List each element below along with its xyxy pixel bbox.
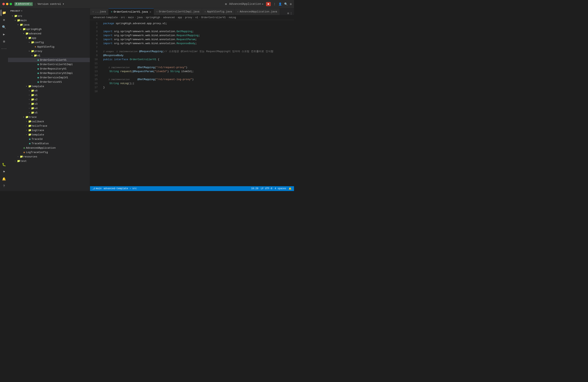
tree-item-main[interactable]: ▾📁main (8, 18, 90, 22)
tree-item-orderrepositoryv1[interactable]: ◉OrderRepositoryV1 (8, 67, 90, 71)
activity-debug[interactable]: 🐛 (1, 161, 7, 168)
tree-item-proxy[interactable]: ▾📁proxy (8, 49, 90, 53)
breadcrumb-item-2[interactable]: main (128, 16, 134, 19)
tree-item-v1[interactable]: ▾📁v1 (8, 53, 90, 58)
tree-item-callback[interactable]: ›📁callback (8, 119, 90, 124)
token-type: String (170, 70, 180, 74)
activity-explorer[interactable]: 📁 (1, 10, 7, 16)
activity-commits[interactable]: ⊕ (1, 17, 7, 23)
tree-item-app[interactable]: ▾📁app (8, 36, 90, 40)
code-line-3: import org.springframework.web.bind.anno… (103, 30, 294, 34)
token-plain: ( (153, 70, 155, 74)
more-button[interactable]: ⋮ (273, 2, 276, 6)
breadcrumb-item-9[interactable]: OrderControllerV1 (201, 16, 226, 19)
status-bar: ⎇ main advanced-template › src 16:20 LF … (90, 186, 294, 191)
tree-item-orderrepositoryv1impl[interactable]: ◉OrderRepositoryV1Impl (8, 71, 90, 75)
tree-item-v2[interactable]: ›📁v2 (8, 97, 90, 102)
status-position[interactable]: 16:20 (251, 187, 258, 190)
close-button[interactable] (2, 3, 5, 5)
settings-button[interactable]: ⚙ (290, 2, 292, 6)
activity-git[interactable]: ⚑ (1, 169, 7, 175)
tree-arrow: › (28, 112, 31, 114)
minimize-button[interactable] (6, 3, 8, 5)
breadcrumb-separator: › (183, 16, 184, 19)
tree-item-ordercontrollerv1impl[interactable]: ◉OrderControllerV1Impl (8, 62, 90, 67)
breadcrumb-item-6[interactable]: app (178, 16, 182, 19)
profile-button[interactable]: 👤 (278, 2, 282, 6)
tree-label: advanced (29, 32, 41, 35)
breadcrumb-item-4[interactable]: springHigh (146, 16, 160, 19)
activity-run[interactable]: ▶ (1, 31, 7, 38)
tree-arrow: ▾ (19, 28, 22, 30)
status-notifications[interactable]: 🔔 (289, 187, 292, 190)
sidebar-tree[interactable]: ▾📁src▾📁main▾📁java▾📁springHigh▾📁advanced▾… (8, 14, 90, 191)
activity-search[interactable]: 🔍 (1, 24, 7, 30)
activity-help[interactable]: ? (1, 183, 7, 190)
breadcrumb-item-3[interactable]: java (137, 16, 143, 19)
activity-notifications[interactable]: 🔔 (1, 176, 7, 182)
tree-item-logtraceconfig[interactable]: ◉LogTraceConfig (8, 150, 90, 154)
tab-close-icon[interactable]: ✕ (150, 10, 151, 14)
tabs-bar: ○...java⊙OrderControllerV1.java✕○OrderCo… (90, 8, 294, 15)
code-line-5: import org.springframework.web.bind.anno… (103, 38, 294, 41)
sidebar-header: Project ▾ (8, 8, 90, 14)
tree-item-springhigh[interactable]: ▾📁springHigh (8, 27, 90, 31)
tree-item-ordercontrollerv1[interactable]: ◉OrderControllerV1 (8, 58, 90, 62)
tree-item-advancedapplication[interactable]: ◉AdvancedApplication (8, 146, 90, 150)
token-type: RequestMapping (177, 34, 198, 38)
tree-label: v3 (34, 102, 38, 105)
tree-item-template[interactable]: ▾📁template (8, 84, 90, 89)
tree-arrow: ▾ (30, 54, 34, 57)
tabs-more[interactable]: ⋮ (290, 12, 293, 15)
tree-item-v5[interactable]: ›📁v5 (8, 111, 90, 115)
token-plain: org.springframework.web.bind.annotation. (114, 34, 177, 38)
version-control-label[interactable]: Version control (38, 3, 61, 6)
breadcrumb-item-10[interactable]: noLog (229, 16, 236, 19)
tab-tab4[interactable]: ○AppV1Config.java (202, 8, 235, 15)
tree-item-trace[interactable]: ▾📁trace (8, 115, 90, 119)
activity-extensions[interactable]: ⊞ (1, 38, 7, 45)
tree-item-logtrace[interactable]: ›📁logtrace (8, 128, 90, 133)
tree-item-v4[interactable]: ›📁v4 (8, 106, 90, 111)
code-area[interactable]: package springHigh.advanced.app.proxy.v1… (100, 20, 294, 186)
search-button[interactable]: 🔍 (284, 2, 288, 6)
tree-item-orderservicev1[interactable]: ◉OrderServiceV1 (8, 80, 90, 84)
breadcrumb-item-0[interactable]: advanced-template (93, 16, 118, 19)
tree-item-java[interactable]: ▾📁java (8, 22, 90, 27)
activity-more[interactable]: ··· (1, 46, 7, 52)
tree-item-test[interactable]: ›📁test (8, 159, 90, 163)
tree-item-hellotrace[interactable]: ›📁helloTrace (8, 124, 90, 128)
breadcrumb-item-8[interactable]: v1 (195, 16, 198, 19)
tabs-split[interactable]: ⊟ (287, 12, 289, 15)
tree-item-tracestatus[interactable]: ◉TraceStatus (8, 141, 90, 146)
stop-button[interactable]: ■ (266, 2, 271, 6)
tab-label: AdvancedApplication.java (240, 10, 277, 13)
token-hint: 1 implementation (103, 77, 130, 81)
breadcrumb-item-7[interactable]: proxy (185, 16, 192, 19)
tree-item-template[interactable]: ›📁template (8, 133, 90, 137)
tree-label: trace (29, 116, 37, 119)
tree-item-orderserviceimplv1[interactable]: ◉OrderServiceImplV1 (8, 75, 90, 80)
project-badge[interactable]: A advanced ▾ (14, 2, 33, 6)
tree-item-v3[interactable]: ›📁v3 (8, 102, 90, 106)
tree-item-traceid[interactable]: ◉TraceId (8, 137, 90, 141)
tab-tab2[interactable]: ⊙OrderControllerV1.java✕ (109, 8, 154, 15)
tree-item-resources[interactable]: ›📁resources (8, 154, 90, 159)
tree-item-src[interactable]: ▾📁src (8, 14, 90, 18)
breadcrumb-item-1[interactable]: src (121, 16, 125, 19)
layout-button[interactable]: ⊞ (225, 2, 227, 6)
tab-tab5[interactable]: ○AdvancedApplication.java (235, 8, 280, 15)
tab-tab3[interactable]: ○OrderControllerV1Impl.java (154, 8, 202, 15)
breadcrumb-item-5[interactable]: advanced (163, 16, 175, 19)
tree-item-v1[interactable]: ›📁v1 (8, 93, 90, 97)
status-encoding[interactable]: LF UTF-8 (261, 187, 273, 190)
maximize-button[interactable] (10, 3, 12, 5)
status-indent[interactable]: 4 spaces (274, 187, 286, 190)
tree-item-config[interactable]: ▾📁config (8, 40, 90, 45)
tree-icon-class: ◉ (36, 63, 40, 66)
tree-item-appv1config[interactable]: ●AppV1Config (8, 45, 90, 49)
tab-tab1[interactable]: ○...java (90, 8, 109, 15)
tree-item-v0[interactable]: ›📁v0 (8, 89, 90, 93)
status-branch[interactable]: ⎇ main (92, 187, 102, 190)
tree-item-advanced[interactable]: ▾📁advanced (8, 31, 90, 36)
